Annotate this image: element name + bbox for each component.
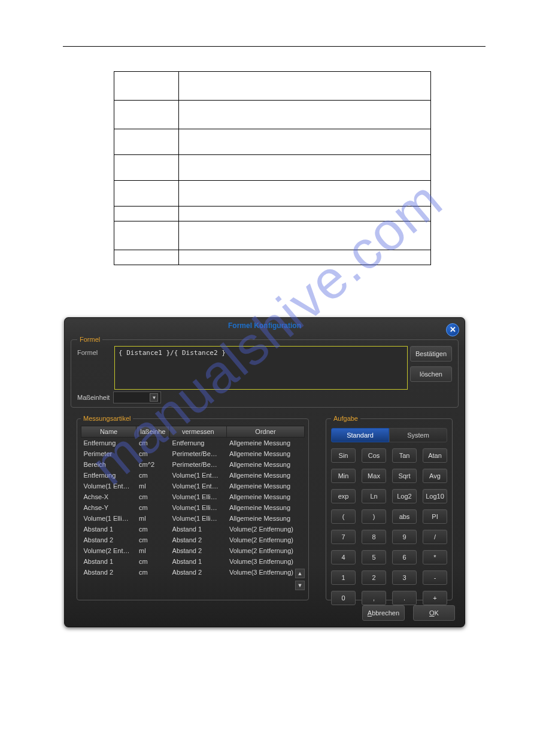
- key-0[interactable]: 0: [331, 591, 356, 605]
- table-row[interactable]: Achse-XcmVolume(1 Elli…Allgemeine Messun…: [81, 491, 305, 502]
- table-row: [114, 155, 431, 181]
- key-PI[interactable]: PI: [423, 509, 447, 524]
- table-row[interactable]: Achse-YcmVolume(1 Elli…Allgemeine Messun…: [81, 502, 305, 513]
- table-row: [114, 221, 431, 250]
- key-sym[interactable]: *: [423, 550, 447, 564]
- column-header[interactable]: Name: [81, 426, 136, 438]
- definition-table: [114, 71, 431, 265]
- key-4[interactable]: 4: [331, 550, 356, 564]
- key-Atan[interactable]: Atan: [423, 448, 447, 463]
- close-icon: ✕: [450, 325, 456, 334]
- ok-button[interactable]: OK: [413, 605, 455, 621]
- table-row: [114, 129, 431, 155]
- key-sym[interactable]: -: [423, 570, 447, 585]
- table-row[interactable]: Abstand 1cmAbstand 1Volume(2 Entfernung): [81, 524, 305, 535]
- table-row: [114, 207, 431, 221]
- key-sym[interactable]: ): [362, 509, 386, 524]
- key-8[interactable]: 8: [362, 530, 386, 544]
- key-abs[interactable]: abs: [392, 509, 417, 524]
- table-row: [114, 181, 431, 207]
- key-7[interactable]: 7: [331, 530, 356, 544]
- key-exp[interactable]: exp: [331, 489, 356, 503]
- key-Sqrt[interactable]: Sqrt: [392, 469, 417, 483]
- formula-config-dialog: Formel Konfiguration ✕ Formel Formel Bes…: [64, 317, 465, 627]
- measurement-items-group: Messungsartikel NamelaßeinhevermessenOrd…: [77, 415, 309, 600]
- formel-group: Formel Formel Bestätigen löschen Maßeinh…: [71, 336, 459, 408]
- clear-button[interactable]: löschen: [410, 366, 452, 382]
- key-9[interactable]: 9: [392, 530, 417, 544]
- key-sym[interactable]: .: [392, 591, 417, 605]
- key-Tan[interactable]: Tan: [392, 448, 417, 463]
- key-Log2[interactable]: Log2: [392, 489, 417, 503]
- key-Sin[interactable]: Sin: [331, 448, 356, 463]
- page-header-rule: [63, 46, 486, 47]
- measurement-table[interactable]: NamelaßeinhevermessenOrdner Entfernungcm…: [81, 426, 305, 578]
- table-row: [114, 101, 431, 129]
- key-sym[interactable]: /: [423, 530, 447, 544]
- table-row[interactable]: Bereichcm^2Perimeter/Be…Allgemeine Messu…: [81, 459, 305, 470]
- key-Avg[interactable]: Avg: [423, 469, 447, 483]
- task-group: Aufgabe Standard System SinCosTanAtanMin…: [326, 415, 453, 600]
- scroll-up-button[interactable]: ▲: [295, 569, 305, 578]
- dialog-title: Formel Konfiguration: [65, 318, 465, 332]
- key-6[interactable]: 6: [392, 550, 417, 564]
- task-legend: Aufgabe: [331, 415, 360, 422]
- formel-legend: Formel: [77, 336, 102, 343]
- table-row[interactable]: Abstand 2cmAbstand 2Volume(3 Entfernung): [81, 567, 305, 578]
- table-row[interactable]: Abstand 1cmAbstand 1Volume(3 Entfernung): [81, 556, 305, 567]
- table-row: [114, 250, 431, 265]
- table-row[interactable]: Volume(1 Ent…mlVolume(1 Ent…Allgemeine M…: [81, 481, 305, 491]
- cancel-button[interactable]: Abbrechen: [362, 605, 405, 621]
- key-sym[interactable]: ,: [362, 591, 386, 605]
- keypad: SinCosTanAtanMinMaxSqrtAvgexpLnLog2Log10…: [331, 448, 447, 605]
- key-sym[interactable]: (: [331, 509, 356, 524]
- measurement-legend: Messungsartikel: [81, 415, 133, 422]
- tab-standard[interactable]: Standard: [331, 428, 389, 442]
- close-button[interactable]: ✕: [446, 323, 459, 336]
- confirm-button[interactable]: Bestätigen: [410, 346, 452, 362]
- formel-textarea[interactable]: [114, 346, 408, 390]
- tab-system[interactable]: System: [389, 428, 447, 442]
- key-2[interactable]: 2: [362, 570, 386, 585]
- key-Cos[interactable]: Cos: [362, 448, 386, 463]
- key-Max[interactable]: Max: [362, 469, 386, 483]
- scroll-down-button[interactable]: ▼: [295, 581, 305, 590]
- key-1[interactable]: 1: [331, 570, 356, 585]
- table-row[interactable]: Abstand 2cmAbstand 2Volume(2 Entfernung): [81, 535, 305, 545]
- table-row[interactable]: PerimetercmPerimeter/Be…Allgemeine Messu…: [81, 448, 305, 459]
- table-row[interactable]: Volume(2 Ent…mlAbstand 2Volume(2 Entfern…: [81, 545, 305, 556]
- key-5[interactable]: 5: [362, 550, 386, 564]
- table-row: [114, 72, 431, 101]
- key-Ln[interactable]: Ln: [362, 489, 386, 503]
- table-row[interactable]: Volume(1 Elli…mlVolume(1 Elli…Allgemeine…: [81, 513, 305, 524]
- column-header[interactable]: Ordner: [226, 426, 304, 438]
- key-3[interactable]: 3: [392, 570, 417, 585]
- table-row[interactable]: EntfernungcmVolume(1 Ent…Allgemeine Mess…: [81, 470, 305, 481]
- formel-label: Formel: [77, 349, 98, 356]
- key-sym[interactable]: +: [423, 591, 447, 605]
- key-Min[interactable]: Min: [331, 469, 356, 483]
- unit-label: Maßeinheit: [77, 394, 110, 401]
- key-Log10[interactable]: Log10: [423, 489, 447, 503]
- unit-select[interactable]: ▼: [113, 391, 161, 403]
- column-header[interactable]: vermessen: [169, 426, 226, 438]
- column-header[interactable]: laßeinhe: [136, 426, 169, 438]
- chevron-down-icon: ▼: [150, 393, 158, 402]
- table-row[interactable]: EntfernungcmEntfernungAllgemeine Messung: [81, 438, 305, 449]
